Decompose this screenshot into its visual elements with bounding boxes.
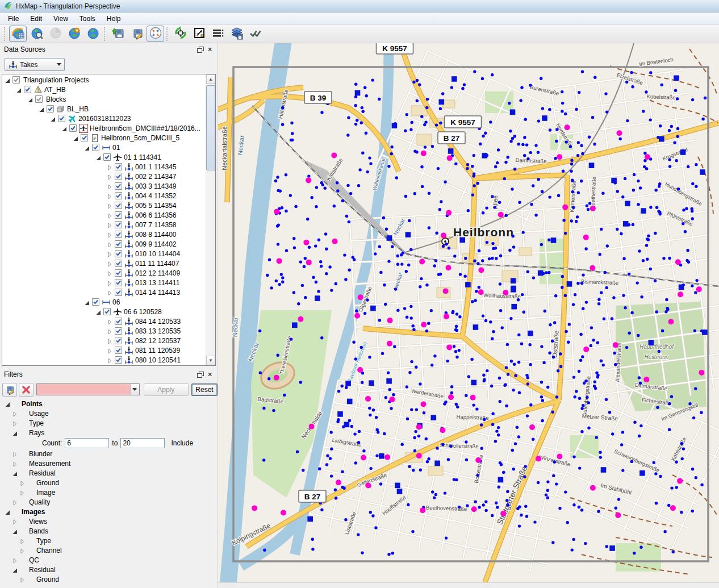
tie-point-marker[interactable] — [408, 219, 411, 222]
tie-point-marker[interactable] — [482, 135, 484, 137]
filter-tree-row[interactable]: Channel — [0, 545, 216, 555]
tie-point-marker[interactable] — [416, 99, 419, 102]
tie-point-marker[interactable] — [521, 293, 524, 296]
expander-open-icon[interactable] — [84, 145, 90, 151]
tie-point-marker[interactable] — [668, 428, 671, 431]
tie-point-marker[interactable] — [358, 430, 361, 433]
tie-point-marker[interactable] — [459, 273, 462, 276]
tie-point-marker[interactable] — [582, 404, 584, 407]
control-point-marker[interactable] — [551, 237, 557, 243]
tie-point-marker[interactable] — [695, 185, 697, 188]
tie-point-marker[interactable] — [437, 167, 440, 170]
tie-point-marker[interactable] — [505, 366, 508, 369]
tie-point-marker[interactable] — [439, 273, 442, 276]
tie-point-marker[interactable] — [613, 352, 616, 355]
tie-point-marker[interactable] — [572, 303, 575, 306]
tie-point-marker[interactable] — [371, 78, 374, 81]
tie-point-marker[interactable] — [682, 447, 685, 450]
tie-point-marker[interactable] — [588, 136, 591, 139]
check-point-marker[interactable] — [298, 316, 303, 322]
tie-point-marker[interactable] — [484, 319, 487, 322]
check-point-marker[interactable] — [252, 505, 257, 511]
tie-point-marker[interactable] — [546, 386, 549, 389]
tie-point-marker[interactable] — [439, 122, 442, 124]
tie-point-marker[interactable] — [375, 454, 378, 457]
check-point-marker[interactable] — [419, 259, 425, 265]
tie-point-marker[interactable] — [455, 312, 458, 315]
tie-point-marker[interactable] — [410, 316, 413, 319]
control-point-marker[interactable] — [431, 415, 437, 420]
tie-point-marker[interactable] — [581, 152, 584, 155]
tie-point-marker[interactable] — [281, 123, 284, 126]
tie-point-marker[interactable] — [400, 253, 403, 256]
tie-point-marker[interactable] — [591, 116, 594, 119]
tie-point-marker[interactable] — [348, 269, 351, 272]
tie-point-marker[interactable] — [546, 480, 549, 483]
tie-point-marker[interactable] — [579, 333, 582, 336]
tie-point-marker[interactable] — [328, 265, 331, 268]
tie-point-marker[interactable] — [303, 265, 306, 268]
tie-point-marker[interactable] — [505, 404, 508, 407]
check-point-marker[interactable] — [470, 395, 476, 401]
tie-point-marker[interactable] — [471, 193, 474, 196]
tie-point-marker[interactable] — [557, 194, 560, 197]
expander-closed-icon[interactable] — [19, 538, 25, 544]
tie-point-marker[interactable] — [649, 268, 652, 270]
tie-point-marker[interactable] — [491, 412, 494, 415]
expander-open-icon[interactable] — [73, 135, 78, 141]
tie-point-marker[interactable] — [467, 209, 470, 212]
tie-point-marker[interactable] — [512, 245, 515, 248]
tie-point-marker[interactable] — [595, 436, 598, 439]
tie-point-marker[interactable] — [478, 249, 480, 252]
check-point-marker[interactable] — [306, 177, 311, 183]
filter-tree-row[interactable]: Images — [0, 507, 216, 516]
check-point-marker[interactable] — [446, 265, 452, 270]
tree-row[interactable]: 011 11 114407 — [2, 258, 205, 268]
tie-point-marker[interactable] — [582, 273, 584, 276]
tree-row[interactable]: Triangulation Projects — [2, 75, 205, 85]
tie-point-marker[interactable] — [357, 441, 360, 444]
tree-row[interactable]: 003 3 114349 — [2, 181, 205, 191]
expander-closed-icon[interactable] — [12, 499, 18, 505]
tie-point-marker[interactable] — [575, 390, 578, 393]
check-point-marker[interactable] — [562, 205, 568, 210]
control-point-marker[interactable] — [459, 237, 465, 243]
tie-point-marker[interactable] — [532, 184, 534, 187]
import-button[interactable] — [109, 26, 127, 42]
tie-point-marker[interactable] — [597, 302, 600, 305]
control-point-marker[interactable] — [465, 282, 471, 287]
filter-tree-row[interactable]: Measurement — [0, 458, 216, 468]
tie-point-marker[interactable] — [570, 170, 572, 173]
globe-search-button[interactable] — [28, 26, 45, 42]
tie-point-marker[interactable] — [259, 372, 262, 374]
tie-point-marker[interactable] — [416, 79, 419, 82]
tie-point-marker[interactable] — [304, 257, 307, 260]
tie-point-marker[interactable] — [639, 186, 642, 189]
tie-point-marker[interactable] — [529, 403, 532, 406]
tie-point-marker[interactable] — [694, 387, 697, 390]
tie-point-marker[interactable] — [320, 265, 323, 268]
tie-point-marker[interactable] — [590, 326, 593, 329]
control-point-marker[interactable] — [679, 285, 684, 290]
tie-point-marker[interactable] — [341, 385, 344, 387]
tie-point-marker[interactable] — [565, 140, 567, 143]
check-point-marker[interactable] — [303, 240, 309, 245]
filter-tree-row[interactable]: Ground — [0, 478, 216, 487]
tie-point-marker[interactable] — [279, 190, 282, 193]
tie-point-marker[interactable] — [483, 418, 486, 421]
tie-point-marker[interactable] — [410, 408, 413, 411]
tie-point-marker[interactable] — [383, 283, 386, 286]
filter-tree-row[interactable]: Bands — [0, 526, 216, 536]
tree-row[interactable]: 084 14 120533 — [2, 316, 205, 326]
tie-point-marker[interactable] — [396, 255, 399, 257]
tie-point-marker[interactable] — [409, 305, 412, 308]
tie-point-marker[interactable] — [682, 222, 684, 225]
tie-point-marker[interactable] — [643, 165, 646, 168]
tie-point-marker[interactable] — [534, 214, 537, 216]
map-canvas[interactable]: NeckartalstraßeNeckarNeckarNeckarNeckarN… — [218, 43, 719, 582]
tie-point-marker[interactable] — [431, 145, 434, 148]
tie-point-marker[interactable] — [633, 552, 636, 554]
check-point-marker[interactable] — [583, 235, 589, 240]
tie-point-marker[interactable] — [693, 329, 696, 332]
tie-point-marker[interactable] — [363, 312, 366, 315]
